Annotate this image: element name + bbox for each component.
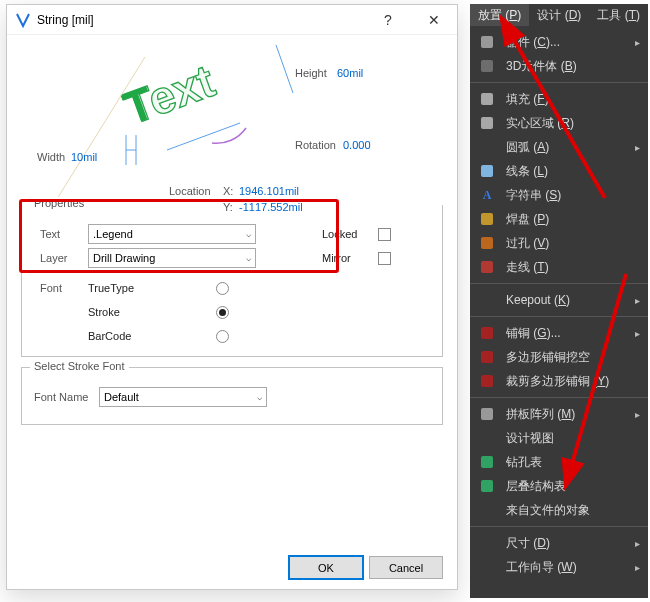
menu-tab-design[interactable]: 设计 (D) — [529, 4, 589, 26]
menu-item[interactable]: 设计视图 — [470, 426, 648, 450]
menu-tab-tools[interactable]: 工具 (T) — [589, 4, 648, 26]
menu-item-icon — [478, 558, 496, 576]
svg-rect-14 — [481, 213, 493, 225]
menu-item[interactable]: 焊盘 (P) — [470, 207, 648, 231]
menu-item[interactable]: 实心区域 (R) — [470, 111, 648, 135]
menu-item[interactable]: 铺铜 (G)...▸ — [470, 321, 648, 345]
menu-item-label: 设计视图 — [506, 430, 648, 447]
menu-item[interactable]: 走线 (T) — [470, 255, 648, 279]
menu-item[interactable]: 器件 (C)...▸ — [470, 30, 648, 54]
menu-item-label: 工作向导 (W) — [506, 559, 635, 576]
menu-item[interactable]: 尺寸 (D)▸ — [470, 531, 648, 555]
help-button[interactable]: ? — [365, 5, 411, 35]
titlebar[interactable]: String [mil] ? ✕ — [7, 5, 457, 35]
preview-area: Text Text T Width 10mil Height 60mil Rot… — [7, 35, 457, 213]
fontname-combo[interactable]: Default ⌵ — [99, 387, 267, 407]
menu-item[interactable]: 裁剪多边形铺铜 (Y) — [470, 369, 648, 393]
menu-item-icon — [478, 291, 496, 309]
menu-separator — [470, 526, 648, 527]
menu-item-label: 过孔 (V) — [506, 235, 648, 252]
menu-item-label: 铺铜 (G)... — [506, 325, 635, 342]
svg-rect-22 — [481, 480, 493, 492]
width-label: Width — [37, 151, 65, 163]
menu-item-label: 钻孔表 — [506, 454, 648, 471]
ok-button[interactable]: OK — [289, 556, 363, 579]
menu-item-icon — [478, 57, 496, 75]
menu-item-icon — [478, 138, 496, 156]
svg-line-5 — [52, 57, 145, 207]
svg-line-4 — [167, 123, 240, 150]
properties-group: Properties Text .Legend ⌵ Layer Drill Dr… — [21, 205, 443, 357]
menu-item-label: 3D元件体 (B) — [506, 58, 648, 75]
mirror-checkbox[interactable] — [378, 252, 391, 265]
menu-item-label: 填充 (F) — [506, 91, 648, 108]
submenu-arrow-icon: ▸ — [635, 409, 640, 420]
svg-rect-13 — [481, 165, 493, 177]
menu-item[interactable]: 钻孔表 — [470, 450, 648, 474]
menu-item[interactable]: A字符串 (S) — [470, 183, 648, 207]
menu-item-icon — [478, 162, 496, 180]
cancel-button[interactable]: Cancel — [369, 556, 443, 579]
svg-rect-15 — [481, 237, 493, 249]
menu-item[interactable]: 圆弧 (A)▸ — [470, 135, 648, 159]
svg-rect-11 — [481, 93, 493, 105]
menu-item-label: 多边形铺铜挖空 — [506, 349, 648, 366]
menu-item-label: 来自文件的对象 — [506, 502, 648, 519]
menu-tab-place[interactable]: 放置 (P) — [470, 4, 529, 26]
menu-item[interactable]: 来自文件的对象 — [470, 498, 648, 522]
menu-item-label: 裁剪多边形铺铜 (Y) — [506, 373, 648, 390]
menu-item[interactable]: 填充 (F) — [470, 87, 648, 111]
font-stroke-radio[interactable] — [216, 306, 229, 319]
menu-item[interactable]: 层叠结构表 — [470, 474, 648, 498]
height-value: 60mil — [337, 67, 363, 79]
menu-item[interactable]: 拼板阵列 (M)▸ — [470, 402, 648, 426]
menu-item[interactable]: 工作向导 (W)▸ — [470, 555, 648, 579]
menu-separator — [470, 82, 648, 83]
menu-item-label: 尺寸 (D) — [506, 535, 635, 552]
menu-item-icon — [478, 348, 496, 366]
close-button[interactable]: ✕ — [411, 5, 457, 35]
menu-item[interactable]: 过孔 (V) — [470, 231, 648, 255]
location-x-label: X: — [223, 185, 233, 197]
menu-item-label: Keepout (K) — [506, 293, 635, 307]
menu-item-icon — [478, 429, 496, 447]
text-label: Text — [40, 228, 88, 240]
menu-items: 器件 (C)...▸3D元件体 (B)填充 (F)实心区域 (R)圆弧 (A)▸… — [470, 26, 648, 579]
locked-label: Locked — [322, 228, 378, 240]
font-option-truetype: TrueType — [88, 282, 216, 294]
svg-rect-17 — [481, 327, 493, 339]
menu-item-icon — [478, 258, 496, 276]
text-combo[interactable]: .Legend ⌵ — [88, 224, 256, 244]
font-option-barcode: BarCode — [88, 330, 216, 342]
svg-rect-20 — [481, 408, 493, 420]
menu-item-icon: A — [478, 186, 496, 204]
svg-rect-16 — [481, 261, 493, 273]
menu-item-icon — [478, 405, 496, 423]
font-barcode-radio[interactable] — [216, 330, 229, 343]
menu-item-icon — [478, 324, 496, 342]
menu-item-icon — [478, 210, 496, 228]
submenu-arrow-icon: ▸ — [635, 295, 640, 306]
width-value: 10mil — [71, 151, 97, 163]
font-truetype-radio[interactable] — [216, 282, 229, 295]
submenu-arrow-icon: ▸ — [635, 328, 640, 339]
app-icon — [15, 12, 31, 28]
menu-item[interactable]: Keepout (K)▸ — [470, 288, 648, 312]
menu-item-label: 圆弧 (A) — [506, 139, 635, 156]
fontname-combo-value: Default — [104, 391, 139, 403]
chevron-down-icon: ⌵ — [246, 253, 251, 263]
menu-item-icon — [478, 372, 496, 390]
mirror-label: Mirror — [322, 252, 378, 264]
menu-item[interactable]: 线条 (L) — [470, 159, 648, 183]
menu-item[interactable]: 3D元件体 (B) — [470, 54, 648, 78]
dialog-title: String [mil] — [37, 13, 94, 27]
menu-item[interactable]: 多边形铺铜挖空 — [470, 345, 648, 369]
locked-checkbox[interactable] — [378, 228, 391, 241]
menu-item-icon — [478, 477, 496, 495]
stroke-font-group-title: Select Stroke Font — [30, 360, 129, 372]
font-option-stroke: Stroke — [88, 306, 216, 318]
svg-rect-19 — [481, 375, 493, 387]
layer-combo[interactable]: Drill Drawing ⌵ — [88, 248, 256, 268]
menu-separator — [470, 283, 648, 284]
location-label: Location — [169, 185, 211, 197]
